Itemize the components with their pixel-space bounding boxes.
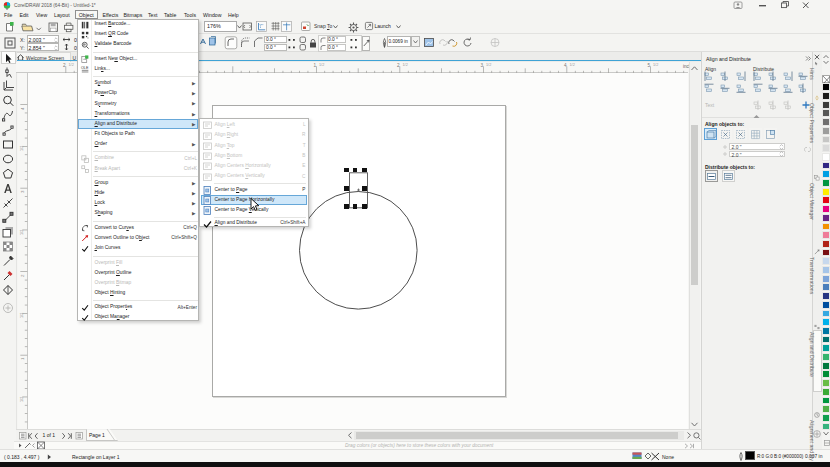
svg-text:OLE: OLE [81,66,89,70]
